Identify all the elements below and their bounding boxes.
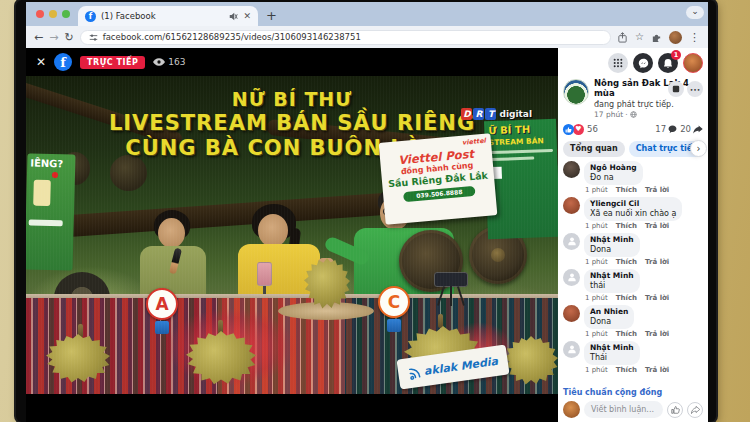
- composer-like-button[interactable]: [667, 402, 683, 418]
- viewer-count-value: 163: [168, 57, 185, 67]
- like-link[interactable]: Thích: [616, 186, 637, 194]
- like-link[interactable]: Thích: [616, 294, 637, 302]
- drt-letter: T: [485, 108, 496, 120]
- drt-letter: R: [473, 108, 484, 120]
- comment-time: 1 phút: [585, 294, 608, 302]
- title-line-1: NỮ BÍ THƯ: [26, 88, 558, 110]
- new-tab-button[interactable]: +: [258, 8, 285, 26]
- letter-sign-c: C: [378, 286, 410, 332]
- person-icon: [567, 344, 577, 354]
- comment-stat[interactable]: 17: [655, 124, 677, 134]
- like-link[interactable]: Thích: [616, 330, 637, 338]
- commenter-avatar[interactable]: [563, 197, 580, 214]
- browser-window: f (1) Facebook ✕ + ⌄ ← → ↻ facebook.com/…: [26, 2, 708, 422]
- commenter-avatar[interactable]: [563, 161, 580, 178]
- reply-link[interactable]: Trả lời: [645, 258, 669, 266]
- video-options-button[interactable]: [668, 81, 684, 97]
- dot-separator: ·: [625, 110, 627, 119]
- browser-menu-icon[interactable]: ⋮: [689, 32, 700, 43]
- like-link[interactable]: Thích: [616, 258, 637, 266]
- reply-link[interactable]: Trả lời: [645, 366, 669, 374]
- bookmark-star-icon[interactable]: ☆: [635, 32, 644, 42]
- commenter-avatar[interactable]: [563, 341, 580, 358]
- share-arrow-icon: [693, 125, 703, 134]
- browser-tab-strip: f (1) Facebook ✕ + ⌄: [26, 2, 708, 26]
- minimize-window-button[interactable]: [49, 10, 57, 18]
- page-avatar[interactable]: [563, 79, 589, 105]
- reply-link[interactable]: Trả lời: [645, 294, 669, 302]
- commenter-name[interactable]: Ngô Hoàng: [590, 163, 637, 172]
- viewer-count: 163: [153, 57, 185, 67]
- commenter-avatar[interactable]: [563, 269, 580, 286]
- url-text[interactable]: facebook.com/61562128689235/videos/31060…: [103, 32, 361, 42]
- like-reaction-icon[interactable]: [563, 124, 574, 135]
- tab-mute-icon[interactable]: [229, 12, 238, 21]
- commenter-name[interactable]: Nhật Minh: [590, 343, 634, 352]
- reply-link[interactable]: Trả lời: [645, 330, 669, 338]
- address-bar[interactable]: facebook.com/61562128689235/videos/31060…: [80, 30, 611, 45]
- commenter-name[interactable]: Nhật Minh: [590, 271, 634, 280]
- commenter-avatar[interactable]: [563, 233, 580, 250]
- hanging-gong: [110, 155, 147, 191]
- live-video-scene[interactable]: IÊNG? NỮ BÍ THƯ LIVESTREAM BÁN SẦU RIÊNG…: [26, 76, 558, 394]
- forward-button[interactable]: →: [49, 32, 58, 43]
- letter-c: C: [378, 286, 410, 318]
- page-header: Nông sản Đak Lak 4 mùa đang phát trực ti…: [563, 77, 703, 122]
- pink-phone: [257, 262, 272, 286]
- facebook-nav-icons: 1: [563, 51, 703, 77]
- comment-actions: 1 phútThíchTrả lời: [585, 258, 703, 266]
- close-window-button[interactable]: [36, 10, 44, 18]
- facebook-logo[interactable]: f: [54, 53, 72, 71]
- menu-grid-button[interactable]: [608, 53, 628, 73]
- comment-icon: [668, 125, 677, 134]
- monitor-screen: f (1) Facebook ✕ + ⌄ ← → ↻ facebook.com/…: [16, 0, 716, 422]
- love-reaction-icon[interactable]: ♥: [573, 124, 584, 135]
- box-icon: [672, 85, 680, 93]
- commenter-avatar[interactable]: [563, 305, 580, 322]
- drt-digital-logo: D R T digital: [461, 108, 532, 120]
- reaction-count[interactable]: 56: [587, 124, 598, 134]
- comment-item: Ngô Hoàng Đo na 1 phútThíchTrả lời: [563, 161, 703, 194]
- time-ago: 17 phút: [594, 110, 623, 119]
- maximize-window-button[interactable]: [62, 10, 70, 18]
- notifications-button[interactable]: 1: [658, 53, 678, 73]
- share-icon[interactable]: [617, 32, 628, 43]
- player-top-bar: ✕ f TRỰC TIẾP 163: [36, 53, 185, 71]
- composer-share-button[interactable]: [687, 402, 703, 418]
- comment-input[interactable]: Viết bình luận...: [584, 401, 663, 418]
- post-meta: 17 phút·: [594, 110, 703, 119]
- share-stat[interactable]: 20: [680, 124, 703, 134]
- community-standards-link[interactable]: Tiêu chuẩn cộng đồng: [563, 385, 703, 399]
- messenger-button[interactable]: [633, 53, 653, 73]
- video-player[interactable]: ✕ f TRỰC TIẾP 163 IÊNG?: [26, 48, 558, 422]
- browser-profile-avatar[interactable]: [669, 31, 682, 44]
- live-chat-sidebar: 1 Nông sản Đak Lak 4 mùa đang phát trực …: [558, 48, 708, 422]
- comment-item: Nhật Minh Thái 1 phútThíchTrả lời: [563, 341, 703, 374]
- tab-strip-chevron-icon[interactable]: ⌄: [686, 6, 704, 19]
- facebook-favicon-icon: f: [85, 11, 96, 22]
- sign-phone: 039.506.8888: [403, 186, 476, 202]
- browser-tab[interactable]: f (1) Facebook ✕: [78, 6, 258, 26]
- comment-composer: Viết bình luận...: [563, 399, 703, 418]
- reload-button[interactable]: ↻: [64, 32, 73, 43]
- site-settings-icon[interactable]: [89, 33, 98, 42]
- commenter-name[interactable]: Nhật Minh: [590, 235, 634, 244]
- like-link[interactable]: Thích: [616, 366, 637, 374]
- extensions-icon[interactable]: [651, 32, 662, 43]
- commenter-name[interactable]: Yliengcil Cil: [590, 199, 676, 208]
- browser-toolbar: ← → ↻ facebook.com/61562128689235/videos…: [26, 26, 708, 48]
- commenter-name[interactable]: An Nhien: [590, 307, 628, 316]
- tab-overview[interactable]: Tổng quan: [563, 141, 625, 157]
- window-controls[interactable]: [32, 2, 78, 26]
- gong-boss: [491, 248, 505, 262]
- close-video-icon[interactable]: ✕: [36, 55, 46, 69]
- profile-avatar[interactable]: [683, 53, 703, 73]
- composer-avatar: [563, 401, 580, 418]
- back-button[interactable]: ←: [34, 32, 43, 43]
- tab-close-icon[interactable]: ✕: [243, 11, 251, 21]
- like-link[interactable]: Thích: [616, 222, 637, 230]
- tabs-chevron-icon[interactable]: ›: [690, 140, 707, 157]
- reply-link[interactable]: Trả lời: [645, 186, 669, 194]
- reply-link[interactable]: Trả lời: [645, 222, 669, 230]
- more-options-button[interactable]: •••: [687, 81, 703, 97]
